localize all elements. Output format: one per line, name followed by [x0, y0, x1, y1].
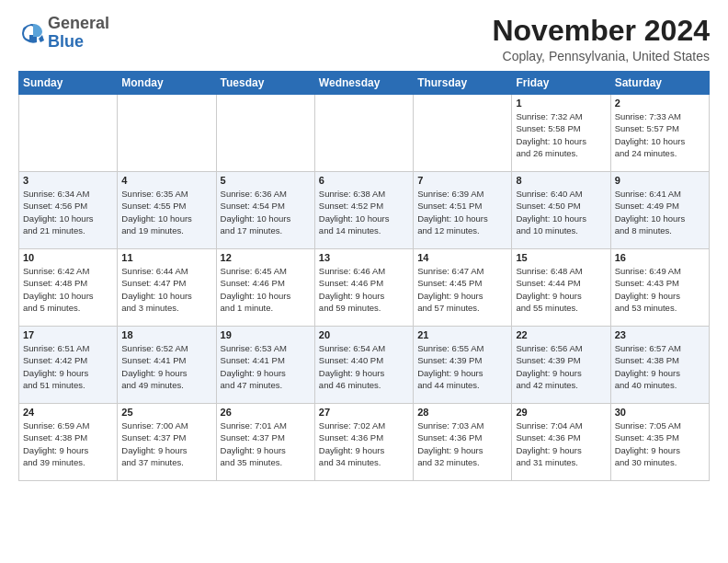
day-info: Sunrise: 6:47 AM Sunset: 4:45 PM Dayligh…: [417, 265, 507, 314]
day-cell: 7Sunrise: 6:39 AM Sunset: 4:51 PM Daylig…: [414, 172, 512, 249]
day-number: 12: [221, 252, 311, 263]
page: General Blue November 2024 Coplay, Penns…: [0, 0, 728, 490]
col-saturday: Saturday: [610, 72, 709, 95]
month-title: November 2024: [492, 15, 710, 47]
subtitle: Coplay, Pennsylvania, United States: [492, 49, 710, 63]
day-number: 3: [23, 175, 113, 186]
col-tuesday: Tuesday: [216, 72, 314, 95]
col-thursday: Thursday: [414, 72, 512, 95]
day-cell: 15Sunrise: 6:48 AM Sunset: 4:44 PM Dayli…: [512, 249, 610, 327]
day-info: Sunrise: 6:53 AM Sunset: 4:41 PM Dayligh…: [221, 342, 311, 391]
day-number: 8: [516, 175, 606, 186]
day-number: 25: [121, 407, 211, 418]
day-number: 18: [121, 329, 211, 340]
week-row-5: 24Sunrise: 6:59 AM Sunset: 4:38 PM Dayli…: [19, 404, 710, 481]
day-info: Sunrise: 7:32 AM Sunset: 5:58 PM Dayligh…: [516, 110, 606, 159]
day-number: 27: [319, 407, 409, 418]
day-number: 10: [23, 252, 113, 263]
day-cell: 26Sunrise: 7:01 AM Sunset: 4:37 PM Dayli…: [216, 404, 314, 481]
col-friday: Friday: [512, 72, 610, 95]
day-number: 26: [221, 407, 311, 418]
day-cell: 1Sunrise: 7:32 AM Sunset: 5:58 PM Daylig…: [512, 95, 610, 172]
day-number: 20: [319, 329, 409, 340]
day-cell: 6Sunrise: 6:38 AM Sunset: 4:52 PM Daylig…: [314, 172, 413, 249]
day-cell: 4Sunrise: 6:35 AM Sunset: 4:55 PM Daylig…: [118, 172, 216, 249]
day-cell: 9Sunrise: 6:41 AM Sunset: 4:49 PM Daylig…: [610, 172, 709, 249]
day-info: Sunrise: 6:46 AM Sunset: 4:46 PM Dayligh…: [319, 265, 409, 314]
day-cell: 17Sunrise: 6:51 AM Sunset: 4:42 PM Dayli…: [19, 327, 118, 404]
day-info: Sunrise: 6:44 AM Sunset: 4:47 PM Dayligh…: [121, 265, 211, 314]
day-number: 6: [319, 175, 409, 186]
day-number: 30: [615, 407, 705, 418]
day-cell: [216, 95, 314, 172]
day-info: Sunrise: 6:36 AM Sunset: 4:54 PM Dayligh…: [221, 188, 311, 236]
day-cell: 3Sunrise: 6:34 AM Sunset: 4:56 PM Daylig…: [19, 172, 118, 249]
day-info: Sunrise: 6:59 AM Sunset: 4:38 PM Dayligh…: [23, 419, 113, 468]
day-number: 28: [417, 407, 507, 418]
day-info: Sunrise: 6:45 AM Sunset: 4:46 PM Dayligh…: [221, 265, 311, 314]
day-cell: 25Sunrise: 7:00 AM Sunset: 4:37 PM Dayli…: [118, 404, 216, 481]
day-cell: 16Sunrise: 6:49 AM Sunset: 4:43 PM Dayli…: [610, 249, 709, 327]
day-cell: [118, 95, 216, 172]
day-cell: [314, 95, 413, 172]
week-row-2: 3Sunrise: 6:34 AM Sunset: 4:56 PM Daylig…: [19, 172, 710, 249]
day-info: Sunrise: 7:03 AM Sunset: 4:36 PM Dayligh…: [417, 419, 507, 468]
header-row: Sunday Monday Tuesday Wednesday Thursday…: [19, 72, 710, 95]
day-number: 16: [615, 252, 705, 263]
day-info: Sunrise: 6:34 AM Sunset: 4:56 PM Dayligh…: [23, 188, 113, 236]
day-info: Sunrise: 6:52 AM Sunset: 4:41 PM Dayligh…: [121, 342, 211, 391]
day-cell: 5Sunrise: 6:36 AM Sunset: 4:54 PM Daylig…: [216, 172, 314, 249]
calendar-body: 1Sunrise: 7:32 AM Sunset: 5:58 PM Daylig…: [19, 95, 710, 481]
day-cell: 30Sunrise: 7:05 AM Sunset: 4:35 PM Dayli…: [610, 404, 709, 481]
day-info: Sunrise: 7:02 AM Sunset: 4:36 PM Dayligh…: [319, 419, 409, 468]
day-info: Sunrise: 6:57 AM Sunset: 4:38 PM Dayligh…: [615, 342, 705, 391]
calendar-table: Sunday Monday Tuesday Wednesday Thursday…: [18, 71, 710, 481]
day-info: Sunrise: 6:54 AM Sunset: 4:40 PM Dayligh…: [319, 342, 409, 391]
day-cell: 8Sunrise: 6:40 AM Sunset: 4:50 PM Daylig…: [512, 172, 610, 249]
day-info: Sunrise: 7:05 AM Sunset: 4:35 PM Dayligh…: [615, 419, 705, 468]
day-number: 29: [516, 407, 606, 418]
col-wednesday: Wednesday: [314, 72, 413, 95]
day-number: 17: [23, 329, 113, 340]
week-row-4: 17Sunrise: 6:51 AM Sunset: 4:42 PM Dayli…: [19, 327, 710, 404]
day-info: Sunrise: 7:01 AM Sunset: 4:37 PM Dayligh…: [221, 419, 311, 468]
day-cell: 19Sunrise: 6:53 AM Sunset: 4:41 PM Dayli…: [216, 327, 314, 404]
day-cell: 18Sunrise: 6:52 AM Sunset: 4:41 PM Dayli…: [118, 327, 216, 404]
day-cell: 10Sunrise: 6:42 AM Sunset: 4:48 PM Dayli…: [19, 249, 118, 327]
day-cell: [414, 95, 512, 172]
day-number: 2: [615, 98, 705, 109]
day-number: 5: [221, 175, 311, 186]
day-cell: 23Sunrise: 6:57 AM Sunset: 4:38 PM Dayli…: [610, 327, 709, 404]
day-number: 24: [23, 407, 113, 418]
day-cell: 14Sunrise: 6:47 AM Sunset: 4:45 PM Dayli…: [414, 249, 512, 327]
day-info: Sunrise: 6:35 AM Sunset: 4:55 PM Dayligh…: [121, 188, 211, 236]
day-info: Sunrise: 7:00 AM Sunset: 4:37 PM Dayligh…: [121, 419, 211, 468]
day-number: 15: [516, 252, 606, 263]
logo-icon: [18, 20, 44, 46]
week-row-1: 1Sunrise: 7:32 AM Sunset: 5:58 PM Daylig…: [19, 95, 710, 172]
col-monday: Monday: [118, 72, 216, 95]
day-info: Sunrise: 6:39 AM Sunset: 4:51 PM Dayligh…: [417, 188, 507, 236]
day-info: Sunrise: 6:40 AM Sunset: 4:50 PM Dayligh…: [516, 188, 606, 236]
day-cell: 11Sunrise: 6:44 AM Sunset: 4:47 PM Dayli…: [118, 249, 216, 327]
day-info: Sunrise: 6:41 AM Sunset: 4:49 PM Dayligh…: [615, 188, 705, 236]
day-cell: 28Sunrise: 7:03 AM Sunset: 4:36 PM Dayli…: [414, 404, 512, 481]
day-info: Sunrise: 7:04 AM Sunset: 4:36 PM Dayligh…: [516, 419, 606, 468]
day-info: Sunrise: 6:51 AM Sunset: 4:42 PM Dayligh…: [23, 342, 113, 391]
day-number: 14: [417, 252, 507, 263]
header: General Blue November 2024 Coplay, Penns…: [18, 15, 710, 63]
logo-blue: Blue: [48, 32, 84, 51]
day-number: 23: [615, 329, 705, 340]
day-number: 9: [615, 175, 705, 186]
day-number: 11: [121, 252, 211, 263]
day-number: 1: [516, 98, 606, 109]
day-cell: 20Sunrise: 6:54 AM Sunset: 4:40 PM Dayli…: [314, 327, 413, 404]
day-number: 22: [516, 329, 606, 340]
day-cell: [19, 95, 118, 172]
day-info: Sunrise: 6:49 AM Sunset: 4:43 PM Dayligh…: [615, 265, 705, 314]
calendar-header: Sunday Monday Tuesday Wednesday Thursday…: [19, 72, 710, 95]
day-info: Sunrise: 6:48 AM Sunset: 4:44 PM Dayligh…: [516, 265, 606, 314]
day-number: 19: [221, 329, 311, 340]
day-cell: 29Sunrise: 7:04 AM Sunset: 4:36 PM Dayli…: [512, 404, 610, 481]
logo: General Blue: [18, 15, 109, 52]
